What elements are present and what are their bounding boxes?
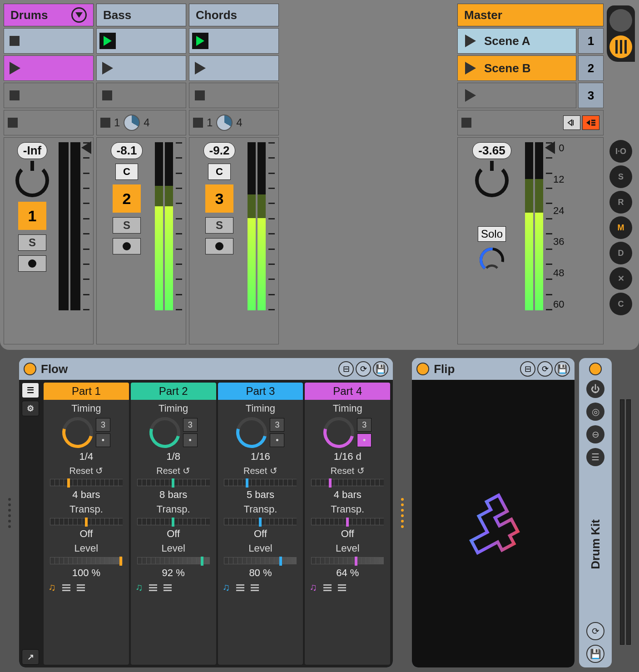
db-value[interactable]: -9.2	[203, 142, 236, 159]
level-value[interactable]: 100 %	[72, 567, 100, 579]
rate-value[interactable]: 1/16	[251, 451, 270, 463]
device-enable-button[interactable]	[24, 363, 36, 375]
track-header-drums[interactable]: Drums	[4, 4, 94, 26]
timing-knob[interactable]	[62, 417, 93, 448]
collapse-icon[interactable]: ⊟	[520, 361, 535, 377]
dot-toggle[interactable]: •	[357, 433, 372, 447]
shrink-icon[interactable]: ⊖	[586, 425, 604, 443]
expand-icon[interactable]: ↗	[22, 649, 39, 665]
track-header-master[interactable]: Master	[457, 4, 604, 26]
part-header[interactable]: Part 3	[218, 383, 303, 400]
transpose-value[interactable]: Off	[341, 528, 354, 540]
pan-knob[interactable]	[475, 164, 509, 197]
dot-toggle[interactable]: •	[183, 433, 198, 447]
launch-row[interactable]	[457, 110, 604, 135]
sends-button[interactable]: C	[115, 164, 138, 180]
pan-knob[interactable]	[15, 164, 49, 197]
part-header[interactable]: Part 4	[305, 383, 390, 400]
clip-slot-empty[interactable]	[96, 83, 186, 108]
d-button[interactable]: D	[609, 242, 632, 264]
device-enable-button[interactable]	[416, 363, 429, 375]
sends-button[interactable]: C	[208, 164, 231, 180]
dot-toggle[interactable]: •	[270, 433, 284, 447]
refresh-icon[interactable]: ⟳	[586, 622, 604, 640]
part-header[interactable]: Part 1	[44, 383, 129, 400]
c-button[interactable]: C	[609, 293, 632, 315]
bars-value[interactable]: 4 bars	[72, 489, 100, 501]
collapse-icon[interactable]: ⊟	[338, 361, 354, 377]
s-button[interactable]: S	[609, 165, 632, 188]
lines-icon[interactable]	[163, 584, 172, 591]
subdivision[interactable]: 3	[96, 418, 110, 432]
m-button[interactable]: M	[609, 216, 632, 239]
track-activator[interactable]: 3	[205, 184, 233, 213]
clip-slot-empty[interactable]	[189, 83, 279, 108]
columns-icon[interactable]	[609, 35, 632, 58]
note-icon[interactable]: ♫	[48, 582, 56, 593]
launch-row[interactable]: 14	[189, 110, 279, 135]
save-icon[interactable]: 💾	[555, 361, 570, 377]
db-value[interactable]: -3.65	[472, 142, 511, 159]
solo-button[interactable]: S	[205, 217, 233, 234]
timing-knob[interactable]	[323, 417, 354, 448]
record-button[interactable]	[205, 238, 233, 254]
reset-button[interactable]: Reset ↺	[331, 465, 365, 476]
subdivision[interactable]: 3	[357, 418, 372, 432]
automation-button[interactable]	[563, 115, 580, 130]
reset-button[interactable]: Reset ↺	[243, 465, 277, 476]
dropdown-icon[interactable]	[71, 7, 87, 23]
gear-icon[interactable]: ⚙	[22, 401, 39, 416]
cue-knob[interactable]	[478, 246, 505, 274]
io-button[interactable]: I·O	[609, 140, 632, 163]
level-value[interactable]: 64 %	[336, 567, 359, 579]
db-value[interactable]: -8.1	[111, 142, 143, 159]
fader-handle-icon[interactable]	[545, 141, 555, 154]
timing-knob[interactable]	[236, 417, 267, 448]
settings-icon[interactable]: ☰	[22, 383, 39, 398]
clip-slot[interactable]	[189, 28, 279, 54]
clip-slot[interactable]	[4, 28, 94, 54]
timing-knob[interactable]	[149, 417, 180, 448]
clip-slot-playing[interactable]	[4, 55, 94, 81]
lines-icon[interactable]	[323, 584, 332, 591]
level-slider[interactable]	[137, 557, 210, 564]
transpose-slider[interactable]	[50, 518, 123, 525]
bars-slider[interactable]	[224, 479, 297, 486]
lines-icon[interactable]	[251, 584, 259, 591]
track-activator[interactable]: 1	[18, 202, 46, 230]
power-icon[interactable]: ⏻	[586, 380, 604, 398]
refresh-icon[interactable]: ⟳	[537, 361, 553, 377]
level-value[interactable]: 92 %	[162, 567, 185, 579]
list-icon[interactable]: ☰	[586, 448, 604, 466]
note-icon[interactable]: ♫	[309, 582, 317, 593]
clip-slot[interactable]	[96, 55, 186, 81]
lines-icon[interactable]	[338, 584, 346, 591]
clip-slot[interactable]	[189, 55, 279, 81]
menu-icon[interactable]	[609, 9, 632, 32]
level-slider[interactable]	[224, 557, 297, 564]
bars-slider[interactable]	[137, 479, 210, 486]
db-value[interactable]: -Inf	[17, 142, 47, 159]
rate-value[interactable]: 1/16 d	[334, 451, 362, 463]
track-activator[interactable]: 2	[113, 184, 141, 213]
back-to-arrangement-button[interactable]	[582, 115, 599, 130]
scene-row[interactable]: Scene B	[457, 55, 576, 81]
solo-label[interactable]: Solo	[478, 226, 506, 242]
transpose-slider[interactable]	[224, 518, 297, 525]
reset-button[interactable]: Reset ↺	[69, 465, 103, 476]
r-button[interactable]: R	[609, 191, 632, 214]
transpose-value[interactable]: Off	[254, 528, 267, 540]
bars-value[interactable]: 4 bars	[334, 489, 362, 501]
track-header-bass[interactable]: Bass	[96, 4, 186, 26]
refresh-icon[interactable]: ⟳	[356, 361, 371, 377]
scene-row[interactable]	[457, 83, 576, 108]
lines-icon[interactable]	[149, 584, 157, 591]
record-button[interactable]	[113, 238, 141, 254]
lines-icon[interactable]	[236, 584, 244, 591]
save-icon[interactable]: 💾	[373, 361, 388, 377]
level-value[interactable]: 80 %	[249, 567, 272, 579]
grip-icon[interactable]	[5, 358, 15, 667]
lines-icon[interactable]	[77, 584, 85, 591]
clip-slot[interactable]	[96, 28, 186, 54]
bars-value[interactable]: 8 bars	[159, 489, 187, 501]
